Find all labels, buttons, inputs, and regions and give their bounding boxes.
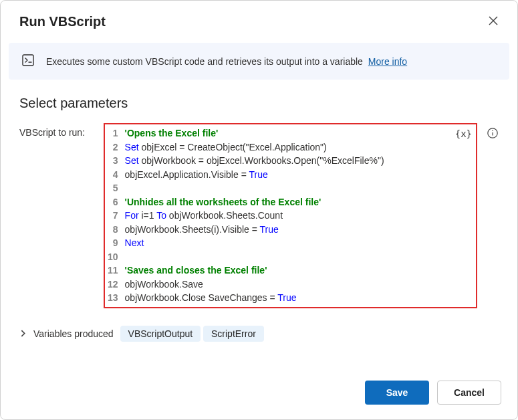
code-line[interactable]: objWorkbook.Sheets(i).Visible = True: [125, 223, 455, 237]
code-line[interactable]: Next: [125, 236, 455, 250]
variables-produced-row[interactable]: Variables produced VBScriptOutput Script…: [1, 308, 517, 342]
code-line[interactable]: [125, 250, 455, 264]
more-info-link[interactable]: More info: [368, 56, 407, 67]
script-icon: [21, 52, 37, 70]
cancel-button[interactable]: Cancel: [437, 381, 501, 405]
info-banner-text: Executes some custom VBScript code and r…: [46, 56, 407, 67]
code-editor-wrap: 12345678910111213 'Opens the Excel file'…: [104, 123, 477, 308]
code-line[interactable]: 'Opens the Excel file': [125, 126, 455, 140]
variables-produced-label: Variables produced: [33, 328, 114, 339]
code-gutter: 12345678910111213: [105, 124, 122, 307]
run-vbscript-dialog: Run VBScript Executes some custom VBScri…: [0, 0, 518, 420]
info-banner-message: Executes some custom VBScript code and r…: [46, 56, 363, 67]
code-line[interactable]: 'Unhides all the worksheets of the Excel…: [125, 195, 455, 209]
code-line[interactable]: Set objWorkbook = objExcel.Workbooks.Ope…: [125, 154, 455, 168]
variable-pill[interactable]: VBScriptOutput: [120, 326, 201, 342]
vbscript-param-row: VBScript to run: 12345678910111213 'Open…: [1, 116, 517, 308]
info-banner: Executes some custom VBScript code and r…: [9, 43, 509, 80]
vbscript-code-editor[interactable]: 12345678910111213 'Opens the Excel file'…: [104, 123, 477, 308]
code-line[interactable]: objExcel.Application.Visible = True: [125, 168, 455, 182]
code-line[interactable]: objWorkbook.Save: [125, 278, 455, 292]
vbscript-label: VBScript to run:: [19, 123, 94, 138]
code-line[interactable]: Set objExcel = CreateObject("Excel.Appli…: [125, 140, 455, 154]
svg-rect-2: [23, 55, 33, 66]
save-button[interactable]: Save: [365, 381, 429, 405]
chevron-right-icon: [19, 328, 27, 339]
code-line[interactable]: 'Saves and closes the Excel file': [125, 264, 455, 278]
dialog-footer: Save Cancel: [1, 369, 517, 419]
variable-pills: VBScriptOutput ScriptError: [120, 326, 264, 342]
close-icon: [488, 18, 499, 28]
code-lines[interactable]: 'Opens the Excel file'Set objExcel = Cre…: [122, 124, 457, 307]
code-line[interactable]: objWorkbook.Close SaveChanges = True: [125, 291, 455, 305]
svg-point-6: [492, 130, 493, 131]
code-line[interactable]: For i=1 To objWorkbook.Sheets.Count: [125, 209, 455, 223]
dialog-header: Run VBScript: [1, 1, 517, 39]
fx-variable-picker[interactable]: {x}: [455, 127, 472, 141]
close-button[interactable]: [485, 13, 501, 31]
section-heading: Select parameters: [1, 80, 517, 116]
variable-pill[interactable]: ScriptError: [203, 326, 264, 342]
code-line[interactable]: [125, 181, 455, 195]
dialog-title: Run VBScript: [19, 14, 106, 29]
param-info-button[interactable]: [487, 123, 499, 141]
